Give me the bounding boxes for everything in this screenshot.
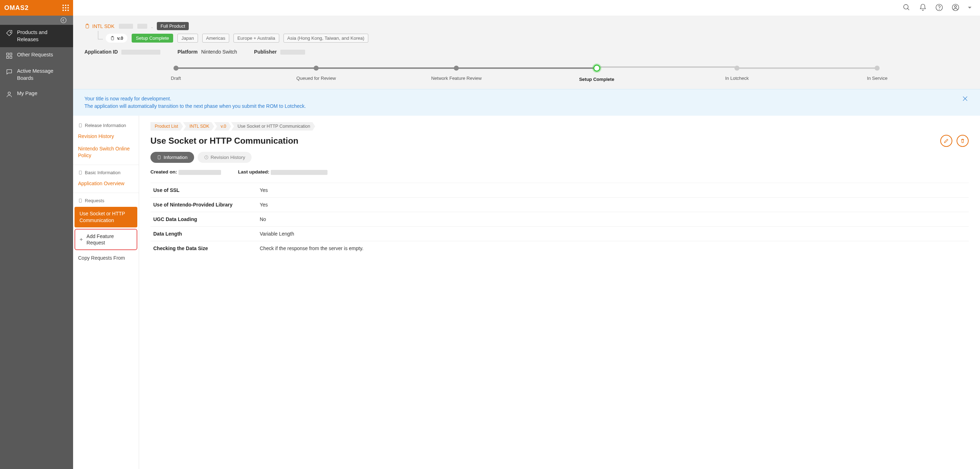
sidebar-item-label: Products and Releases bbox=[17, 29, 67, 43]
progress-step-label: Setup Complete bbox=[579, 76, 614, 82]
region-tag: Americas bbox=[202, 34, 229, 43]
svg-rect-8 bbox=[7, 53, 9, 55]
subnav-section-header: Basic Information bbox=[73, 168, 139, 177]
progress-step-label: Draft bbox=[171, 76, 181, 81]
sidebar-item-my-page[interactable]: My Page bbox=[0, 86, 73, 102]
svg-line-1 bbox=[908, 8, 909, 10]
updated-date: Last updated: bbox=[238, 169, 328, 175]
doc-icon bbox=[78, 170, 83, 175]
chat-icon bbox=[6, 68, 13, 76]
tab-revision-history[interactable]: Revision History bbox=[197, 152, 252, 163]
progress-step-label: Queued for Review bbox=[296, 76, 336, 81]
tab-information[interactable]: Information bbox=[150, 152, 194, 163]
sidebar-item-label: Active Message Boards bbox=[17, 68, 67, 82]
svg-rect-19 bbox=[79, 124, 82, 127]
bell-icon[interactable] bbox=[919, 3, 927, 13]
subnav-section-header: Requests bbox=[73, 196, 139, 205]
doc-icon bbox=[78, 198, 83, 203]
brand-text: OMAS2 bbox=[4, 4, 29, 12]
svg-rect-21 bbox=[79, 199, 82, 202]
version-badge[interactable]: v.0 bbox=[106, 34, 127, 43]
grid-icon bbox=[6, 52, 13, 59]
svg-rect-24 bbox=[158, 156, 161, 159]
sidebar-item-label: My Page bbox=[17, 90, 37, 97]
publisher-meta: Publisher bbox=[254, 49, 305, 55]
breadcrumb-item[interactable]: Product List bbox=[150, 122, 183, 130]
edit-button[interactable] bbox=[940, 135, 952, 147]
svg-rect-9 bbox=[10, 53, 12, 55]
table-row: Use of Nintendo-Provided LibraryYes bbox=[150, 197, 969, 212]
plus-icon bbox=[79, 237, 84, 242]
table-row: UGC Data LoadingNo bbox=[150, 212, 969, 226]
trash-icon bbox=[960, 138, 966, 144]
sub-navigation: Release Information Revision History Nin… bbox=[73, 116, 139, 469]
subnav-section-header: Release Information bbox=[73, 121, 139, 130]
sdk-link[interactable]: INTL SDK bbox=[84, 24, 115, 29]
tag-icon bbox=[6, 30, 13, 37]
clock-icon bbox=[204, 155, 208, 160]
subnav-active-item[interactable]: Use Socket or HTTP Communication bbox=[75, 207, 137, 227]
created-date: Created on: bbox=[150, 169, 221, 175]
page-title: Use Socket or HTTP Communication bbox=[150, 136, 298, 146]
progress-step-label: In Lotcheck bbox=[725, 76, 749, 81]
svg-rect-10 bbox=[7, 56, 9, 59]
region-tag: Japan bbox=[177, 34, 197, 43]
svg-rect-11 bbox=[10, 56, 12, 59]
brand-logo[interactable]: OMAS2 bbox=[0, 0, 73, 16]
status-badge: Setup Complete bbox=[132, 34, 173, 43]
sidebar-item-label: Other Requests bbox=[17, 51, 53, 59]
clipboard-icon bbox=[84, 24, 90, 29]
sidebar: Products and Releases Other Requests Act… bbox=[0, 16, 73, 469]
breadcrumb: Product List INTL SDK v.0 Use Socket or … bbox=[150, 122, 969, 130]
sidebar-item-products-releases[interactable]: Products and Releases bbox=[0, 25, 73, 47]
search-icon[interactable] bbox=[903, 3, 910, 13]
progress-bar: Draft Queued for Review Network Feature … bbox=[106, 65, 947, 82]
svg-point-0 bbox=[904, 4, 908, 9]
user-menu-caret-icon[interactable] bbox=[968, 7, 972, 10]
pencil-icon bbox=[943, 138, 949, 144]
sidebar-item-message-boards[interactable]: Active Message Boards bbox=[0, 64, 73, 86]
progress-step-label: In Service bbox=[867, 76, 888, 81]
doc-icon bbox=[78, 123, 83, 128]
subnav-link-online-policy[interactable]: Nintendo Switch Online Policy bbox=[73, 143, 139, 162]
svg-point-3 bbox=[939, 9, 940, 9]
breadcrumb-item: Use Socket or HTTP Communication bbox=[231, 122, 315, 130]
help-icon[interactable] bbox=[935, 3, 943, 13]
svg-point-12 bbox=[8, 92, 11, 95]
doc-icon bbox=[157, 155, 161, 160]
svg-point-5 bbox=[955, 5, 956, 8]
tree-line-icon bbox=[98, 31, 103, 40]
subnav-link-app-overview[interactable]: Application Overview bbox=[73, 177, 139, 190]
region-tag: Europe + Australia bbox=[234, 34, 279, 43]
product-type-badge: Full Product bbox=[157, 22, 188, 30]
subnav-copy-requests[interactable]: Copy Requests From bbox=[73, 251, 139, 264]
subnav-link-revision-history[interactable]: Revision History bbox=[73, 130, 139, 143]
detail-table: Use of SSLYes Use of Nintendo-Provided L… bbox=[150, 183, 969, 256]
redacted bbox=[137, 24, 147, 29]
person-icon bbox=[6, 91, 13, 98]
breadcrumb-item[interactable]: v.0 bbox=[214, 122, 231, 130]
app-id-meta: Application ID bbox=[84, 49, 161, 55]
banner-line: Your title is now ready for development. bbox=[84, 95, 306, 103]
progress-step-label: Network Feature Review bbox=[431, 76, 482, 81]
user-icon[interactable] bbox=[951, 3, 959, 13]
platform-meta: PlatformNintendo Switch bbox=[177, 49, 237, 55]
info-banner: Your title is now ready for development.… bbox=[73, 89, 980, 116]
delete-button[interactable] bbox=[956, 135, 969, 147]
breadcrumb-item[interactable]: INTL SDK bbox=[183, 122, 214, 130]
svg-rect-20 bbox=[79, 171, 82, 175]
table-row: Data LengthVariable Length bbox=[150, 226, 969, 241]
banner-line: The application will automatically trans… bbox=[84, 103, 306, 110]
redacted bbox=[119, 24, 133, 29]
sidebar-collapse-button[interactable] bbox=[0, 16, 73, 25]
table-row: Checking the Data SizeCheck if the respo… bbox=[150, 241, 969, 256]
region-tag: Asia (Hong Kong, Taiwan, and Korea) bbox=[283, 34, 368, 43]
sidebar-item-other-requests[interactable]: Other Requests bbox=[0, 47, 73, 64]
apps-grid-icon[interactable] bbox=[62, 5, 69, 11]
add-feature-request-button[interactable]: Add Feature Request bbox=[75, 229, 137, 250]
svg-point-7 bbox=[10, 32, 11, 33]
table-row: Use of SSLYes bbox=[150, 183, 969, 197]
clipboard-icon bbox=[110, 36, 115, 41]
svg-point-6 bbox=[61, 18, 66, 23]
banner-close-button[interactable] bbox=[962, 95, 969, 103]
